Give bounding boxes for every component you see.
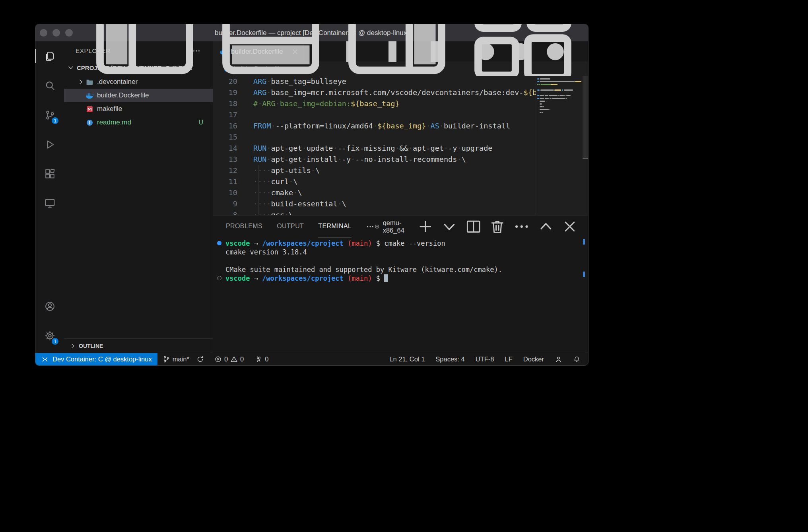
line-number[interactable]: 8 [213, 210, 253, 215]
line-number[interactable]: 17 [213, 109, 253, 120]
code-line[interactable]: 15 [213, 132, 588, 143]
file-tree-item-readme.md[interactable]: readme.mdU [64, 116, 213, 129]
status-language-mode[interactable]: Docker [520, 353, 548, 365]
line-number[interactable]: 12 [213, 165, 253, 176]
code-line[interactable]: 10····cmake·\ [213, 187, 588, 198]
activity-bar-item-manage[interactable]: 1 [35, 321, 64, 350]
activity-bar: 1 1 [35, 41, 64, 353]
new-terminal-button[interactable] [417, 218, 434, 235]
close-window-button[interactable] [40, 29, 47, 37]
code-line[interactable]: 13RUN·apt-get·install·-y·--no-install-re… [213, 154, 588, 165]
panel-header: PROBLEMSOUTPUTTERMINAL qemu-x86_64 [213, 216, 588, 237]
ports-indicator[interactable]: 0 [251, 353, 272, 365]
status-bar: Dev Container: C @ desktop-linux main* 0… [35, 353, 588, 365]
line-number[interactable]: 11 [213, 176, 253, 187]
editor-scrollbar[interactable] [583, 76, 588, 215]
code-line[interactable]: 20ARG·base_tag=bullseye [213, 76, 588, 87]
panel-more-actions-button[interactable] [366, 222, 375, 231]
code-editor[interactable]: 20ARG·base_tag=bullseye19ARG·base_img=mc… [213, 76, 588, 215]
line-number[interactable]: 16 [213, 120, 253, 132]
panel-tab-terminal[interactable]: TERMINAL [318, 216, 352, 237]
ellipsis-icon [513, 218, 530, 235]
editor-group: builder.Dockerfile builder.Dockerfile 20… [213, 41, 588, 353]
line-number[interactable]: 18 [213, 98, 253, 109]
status-eol[interactable]: LF [501, 353, 516, 365]
code-text: ····build-essential·\ [253, 198, 346, 210]
code-text: ····apt-utils·\ [253, 165, 320, 176]
file-tree-item-makefile[interactable]: makefile [64, 102, 213, 116]
code-line[interactable]: 9····build-essential·\ [213, 198, 588, 210]
line-number[interactable]: 20 [213, 76, 253, 87]
activity-bar-item-run-and-debug[interactable] [35, 130, 64, 159]
line-number[interactable]: 14 [213, 143, 253, 154]
file-label: readme.md [97, 118, 198, 126]
chevron-down-icon [67, 64, 74, 71]
terminal-content[interactable]: vscode → /workspaces/cproject (main) $ c… [213, 237, 588, 353]
terminal-line: CMake suite maintained and supported by … [225, 265, 588, 274]
activity-bar-item-remote-explorer[interactable] [35, 188, 64, 218]
minimap-row [537, 80, 581, 83]
maximize-panel-button[interactable] [537, 218, 555, 235]
status-notifications[interactable] [569, 353, 584, 365]
code-lines: 20ARG·base_tag=bullseye19ARG·base_img=mc… [213, 76, 588, 215]
terminal-overview-mark [583, 239, 585, 245]
terminal-line: cmake version 3.18.4 [225, 248, 588, 256]
status-cursor-position[interactable]: Ln 21, Col 1 [386, 353, 428, 365]
zoom-window-button[interactable] [65, 29, 73, 37]
command-decoration-icon[interactable] [217, 241, 221, 245]
terminal-action-buttons [417, 218, 579, 235]
activity-bar-item-accounts[interactable] [35, 291, 64, 321]
error-count: 0 [224, 355, 228, 363]
line-number[interactable]: 13 [213, 154, 253, 165]
activity-bar-item-source-control[interactable]: 1 [35, 100, 64, 130]
line-number[interactable]: 15 [213, 132, 253, 143]
split-terminal-button[interactable] [465, 218, 482, 235]
code-line[interactable]: 8····gcc·\ [213, 210, 588, 215]
scrollbar-thumb[interactable] [583, 76, 588, 159]
panel-tab-output[interactable]: OUTPUT [277, 216, 304, 237]
traffic-lights [40, 29, 73, 37]
line-number[interactable]: 9 [213, 198, 253, 210]
line-number[interactable]: 10 [213, 187, 253, 198]
remote-explorer-icon [44, 198, 56, 209]
code-line[interactable]: 18#·ARG·base_img=debian:${base_tag} [213, 98, 588, 109]
close-panel-button[interactable] [561, 218, 579, 235]
status-indentation[interactable]: Spaces: 4 [432, 353, 468, 365]
panel-tabs: PROBLEMSOUTPUTTERMINAL [226, 216, 366, 237]
line-number[interactable]: 19 [213, 87, 253, 98]
remote-indicator[interactable]: Dev Container: C @ desktop-linux [35, 353, 157, 365]
branch-label: main* [173, 355, 189, 363]
status-encoding[interactable]: UTF-8 [472, 353, 498, 365]
status-feedback[interactable] [551, 353, 566, 365]
minimize-window-button[interactable] [52, 29, 60, 37]
code-line[interactable]: 11····curl·\ [213, 176, 588, 187]
minimap[interactable] [536, 76, 583, 215]
terminal-profile-dropdown-button[interactable] [441, 218, 458, 235]
kill-terminal-button[interactable] [489, 218, 506, 235]
code-line[interactable]: 14RUN·apt-get·update·--fix-missing·&&·ap… [213, 143, 588, 154]
activity-bar-item-extensions[interactable] [35, 159, 64, 188]
code-line[interactable]: 19ARG·base_img=mcr.microsoft.com/vscode/… [213, 87, 588, 98]
code-line[interactable]: 12····apt-utils·\ [213, 165, 588, 176]
status-eol-label: LF [505, 355, 512, 363]
minimap-row [537, 108, 581, 111]
branch-indicator[interactable]: main* [159, 353, 193, 365]
remote-icon [41, 355, 49, 363]
activity-bar-item-search[interactable] [35, 71, 64, 100]
activity-bar-item-explorer[interactable] [35, 41, 64, 71]
code-line[interactable]: 16FROM·--platform=linux/amd64·${base_img… [213, 120, 588, 132]
code-text: ARG·base_tag=bullseye [253, 76, 346, 87]
terminal-more-actions-button[interactable] [513, 218, 530, 235]
toggle-primary-sidebar-button[interactable] [85, 24, 204, 93]
code-line[interactable]: 17 [213, 109, 588, 120]
terminal-profile-item[interactable]: qemu-x86_64 [375, 219, 407, 234]
outline-section-header[interactable]: OUTLINE [64, 338, 213, 353]
prompt-decoration-icon[interactable] [217, 276, 221, 280]
sync-button[interactable] [193, 353, 208, 365]
panel-tab-problems[interactable]: PROBLEMS [226, 216, 262, 237]
terminal-line: vscode → /workspaces/cproject (main) $ [225, 274, 588, 283]
file-label: builder.Dockerfile [97, 91, 213, 99]
titlebar[interactable]: builder.Dockerfile — cproject [Dev Conta… [35, 24, 588, 41]
twistie [76, 105, 85, 113]
problems-indicator[interactable]: 0 0 [211, 353, 247, 365]
